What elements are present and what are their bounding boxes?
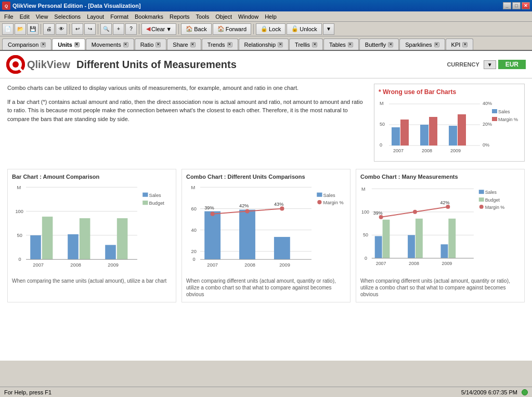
tab-close-butterfly[interactable]: ✕ — [388, 42, 393, 47]
tab-relationship[interactable]: Relationship ✕ — [239, 38, 289, 50]
tab-trellis[interactable]: Trellis ✕ — [289, 38, 323, 50]
redo-button[interactable]: ↪ — [84, 23, 96, 35]
tab-tables[interactable]: Tables ✕ — [323, 38, 359, 50]
menu-window[interactable]: Window — [235, 13, 262, 20]
tab-close-trellis[interactable]: ✕ — [312, 42, 317, 47]
combo-chart1-title: Combo Chart : Different Units Comparison… — [186, 174, 346, 180]
print-button[interactable]: 🖨 — [43, 23, 55, 35]
search-button[interactable]: 🔍 — [100, 23, 112, 35]
tab-share[interactable]: Share ✕ — [167, 38, 201, 50]
svg-text:Margin %: Margin % — [323, 200, 344, 205]
tab-comparison[interactable]: Comparison ✕ — [2, 38, 51, 50]
preview-button[interactable]: 👁 — [56, 23, 67, 35]
tab-close-trends[interactable]: ✕ — [227, 42, 232, 47]
tab-trends[interactable]: Trends ✕ — [202, 38, 238, 50]
title-bar: Q QlikView Personal Edition - [Data Visu… — [0, 0, 532, 11]
tab-close-movements[interactable]: ✕ — [123, 42, 128, 47]
tab-movements[interactable]: Movements ✕ — [86, 38, 134, 50]
currency-dropdown[interactable]: ▼ — [484, 60, 496, 69]
svg-rect-34 — [30, 235, 41, 259]
minimize-button[interactable]: _ — [503, 2, 511, 9]
lock-label: Lock — [269, 26, 281, 32]
menu-object[interactable]: Object — [212, 13, 235, 20]
status-help-text: For Help, press F1 — [4, 389, 461, 395]
svg-text:0: 0 — [19, 257, 21, 262]
forward-label: Forward — [226, 26, 246, 32]
separator-1 — [41, 24, 41, 34]
qlik-logo: QlikView — [6, 55, 70, 74]
menu-edit[interactable]: Edit — [17, 13, 33, 20]
tab-ratio[interactable]: Ratio ✕ — [135, 38, 167, 50]
tab-close-tables[interactable]: ✕ — [348, 42, 353, 47]
menu-selections[interactable]: Selections — [51, 13, 84, 20]
tab-kpi[interactable]: KPI ✕ — [446, 38, 474, 50]
svg-point-90 — [446, 205, 450, 209]
menu-reports[interactable]: Reports — [166, 13, 193, 20]
lock-button[interactable]: 🔒 Lock — [256, 23, 286, 35]
svg-rect-82 — [375, 236, 382, 258]
bar-chart-desc: When comparing the same units (actual am… — [12, 277, 172, 284]
unlock-button[interactable]: 🔓 Unlock — [287, 23, 322, 35]
new-button[interactable]: 📄 — [2, 23, 14, 35]
svg-rect-59 — [274, 237, 290, 259]
back-button[interactable]: 🏠 Back — [181, 23, 211, 35]
svg-text:2009: 2009 — [442, 261, 452, 266]
svg-text:20: 20 — [191, 249, 197, 254]
svg-point-60 — [211, 212, 215, 216]
bar-chart-title: Bar Chart : Amount Comparison — [12, 174, 172, 180]
tab-close-share[interactable]: ✕ — [190, 42, 196, 47]
svg-text:M: M — [191, 185, 196, 190]
svg-rect-70 — [317, 193, 322, 197]
unlock-label: Unlock — [300, 26, 317, 32]
separator-2 — [69, 24, 70, 34]
add-button[interactable]: + — [113, 23, 124, 35]
svg-text:2008: 2008 — [422, 148, 432, 153]
save-button[interactable]: 💾 — [27, 23, 38, 35]
open-button[interactable]: 📂 — [15, 23, 26, 35]
restore-button[interactable]: □ — [512, 2, 521, 9]
svg-text:43%: 43% — [274, 202, 284, 207]
svg-text:Sales: Sales — [323, 193, 336, 198]
tab-close-sparklines[interactable]: ✕ — [434, 42, 439, 47]
tab-close-relationship[interactable]: ✕ — [278, 42, 283, 47]
tab-close-units[interactable]: ✕ — [74, 42, 80, 47]
clear-button[interactable]: ◀ Clear ▼ — [141, 23, 176, 35]
tab-close-ratio[interactable]: ✕ — [155, 42, 161, 47]
close-button[interactable]: ✕ — [522, 2, 530, 9]
svg-rect-83 — [383, 220, 390, 258]
tab-close-kpi[interactable]: ✕ — [462, 42, 468, 47]
wrong-chart-box: * Wrong use of Bar Charts M 50 0 40% 20%… — [374, 84, 525, 162]
svg-text:2007: 2007 — [376, 261, 386, 266]
menu-tools[interactable]: Tools — [193, 13, 213, 20]
menu-view[interactable]: View — [33, 13, 51, 20]
toolbar-extra[interactable]: ▼ — [323, 23, 334, 35]
wrong-chart-svg: M 50 0 40% 20% 0% — [379, 99, 519, 156]
svg-text:2008: 2008 — [244, 262, 255, 268]
tab-butterfly[interactable]: Butterfly ✕ — [359, 38, 399, 50]
svg-text:42%: 42% — [239, 203, 249, 208]
title-bar-buttons[interactable]: _ □ ✕ — [503, 2, 530, 9]
menu-help[interactable]: Help — [262, 13, 280, 20]
forward-button[interactable]: 🏠 Forward — [213, 23, 251, 35]
menu-bookmarks[interactable]: Bookmarks — [132, 13, 166, 20]
svg-rect-97 — [479, 190, 484, 194]
help-button[interactable]: ? — [125, 23, 137, 35]
svg-rect-24 — [492, 117, 497, 121]
title-bar-text: QlikView Personal Edition - [Data Visual… — [12, 3, 503, 9]
undo-button[interactable]: ↩ — [72, 23, 83, 35]
tab-sparklines[interactable]: Sparklines ✕ — [399, 38, 445, 50]
svg-text:M: M — [361, 187, 365, 192]
tab-units[interactable]: Units ✕ — [52, 38, 85, 50]
menu-layout[interactable]: Layout — [84, 13, 107, 20]
menu-format[interactable]: Format — [107, 13, 132, 20]
menu-bar: File Edit View Selections Layout Format … — [0, 11, 532, 22]
currency-selector[interactable]: CURRENCY ▼ EUR — [447, 60, 526, 69]
menu-file[interactable]: File — [1, 13, 17, 20]
tab-close-comparison[interactable]: ✕ — [41, 42, 46, 47]
svg-text:Sales: Sales — [498, 109, 510, 114]
svg-rect-17 — [449, 126, 457, 145]
svg-text:0%: 0% — [483, 142, 489, 148]
svg-text:Budget: Budget — [485, 197, 500, 203]
description-para2: If a bar chart (*) contains actual amoun… — [7, 98, 366, 124]
svg-text:20%: 20% — [483, 122, 492, 127]
